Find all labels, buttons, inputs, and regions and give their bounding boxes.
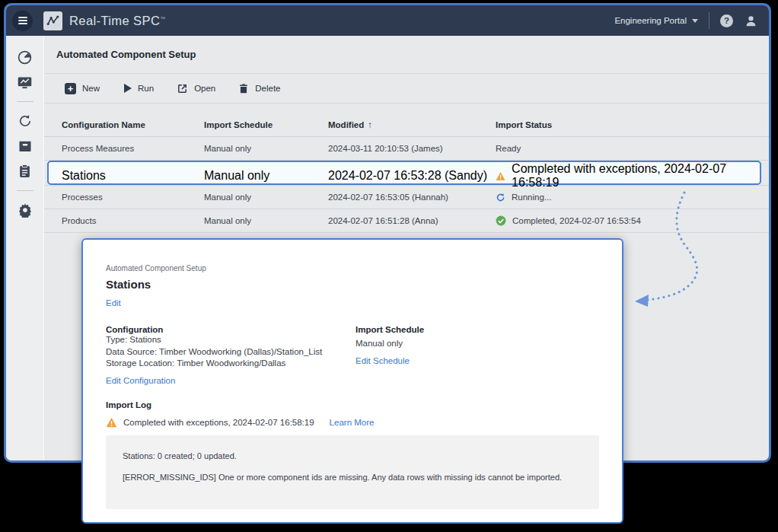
- sidebar-item-sync[interactable]: [15, 111, 35, 131]
- table-row[interactable]: Processes Manual only 2024-02-07 16:53:0…: [44, 186, 769, 209]
- menu-icon[interactable]: [12, 11, 33, 31]
- page-title: Automated Component Setup: [56, 49, 196, 60]
- clipboard-icon: [18, 164, 32, 179]
- configuration-type: Type: Stations: [106, 334, 356, 346]
- sidebar-item-storage[interactable]: [15, 136, 35, 156]
- new-button[interactable]: + New: [58, 78, 116, 99]
- log-line: [ERROR_MISSING_IDS] One or more componen…: [123, 473, 582, 482]
- monitor-chart-icon: [17, 75, 33, 91]
- import-log-output: Stations: 0 created; 0 updated. [ERROR_M…: [106, 435, 599, 509]
- breadcrumb: Automated Component Setup: [106, 264, 599, 272]
- sidebar-item-settings[interactable]: [15, 200, 35, 220]
- column-modified[interactable]: Modified↑: [328, 120, 496, 129]
- sidebar-divider: [17, 190, 33, 191]
- top-navbar: Real-Time SPC™ Engineering Portal ?: [6, 5, 769, 36]
- sidebar-divider: [17, 101, 33, 102]
- toolbar: + New Run Open: [44, 74, 769, 104]
- configuration-storage-location: Storage Location: Timber Woodworking/Dal…: [106, 358, 356, 370]
- table-row-selected[interactable]: Stations Manual only 2024-02-07 16:53:28…: [47, 161, 761, 185]
- sidebar-item-charts[interactable]: [15, 72, 35, 92]
- column-configuration-name[interactable]: Configuration Name: [62, 120, 204, 129]
- archive-box-icon: [18, 139, 33, 154]
- help-icon[interactable]: ?: [720, 14, 733, 27]
- open-button[interactable]: Open: [170, 78, 231, 99]
- plus-square-icon: +: [65, 83, 76, 94]
- user-icon[interactable]: [744, 14, 758, 28]
- brand-title: Real-Time SPC™: [69, 14, 166, 28]
- sidebar-item-tasks[interactable]: [15, 161, 35, 181]
- chevron-down-icon: [692, 19, 698, 23]
- edit-link[interactable]: Edit: [106, 298, 121, 307]
- navbar-divider: [709, 12, 709, 29]
- warning-icon: [106, 417, 117, 428]
- status-text: Ready: [496, 144, 521, 153]
- import-log-status: Completed with exceptions, 2024-02-07 16…: [106, 417, 599, 428]
- line-chart-logo-icon: [43, 11, 62, 30]
- dashboard-gauge-icon: [17, 49, 33, 65]
- status-text: Running...: [512, 193, 551, 202]
- table-row[interactable]: Process Measures Manual only 2024-03-11 …: [44, 137, 769, 161]
- edit-schedule-link[interactable]: Edit Schedule: [356, 356, 410, 365]
- sync-icon: [18, 113, 33, 129]
- detail-panel: Automated Component Setup Stations Edit …: [81, 238, 623, 524]
- screenshot-canvas: Real-Time SPC™ Engineering Portal ?: [0, 0, 778, 532]
- edit-configuration-link[interactable]: Edit Configuration: [106, 376, 175, 385]
- status-text: Completed, 2024-02-07 16:53:54: [512, 216, 641, 225]
- table-row-selected-wrap: Stations Manual only 2024-02-07 16:53:28…: [44, 161, 769, 186]
- portal-selector[interactable]: Engineering Portal: [614, 16, 698, 25]
- configuration-heading: Configuration: [106, 325, 356, 334]
- trash-icon: [238, 83, 249, 94]
- log-line: Stations: 0 created; 0 updated.: [123, 451, 582, 460]
- import-schedule-section: Import Schedule Manual only Edit Schedul…: [356, 325, 424, 387]
- portal-label: Engineering Portal: [614, 16, 687, 25]
- learn-more-link[interactable]: Learn More: [330, 418, 375, 427]
- open-external-icon: [177, 83, 188, 94]
- detail-title: Stations: [106, 278, 599, 291]
- import-schedule-heading: Import Schedule: [356, 325, 424, 334]
- play-icon: [124, 84, 132, 93]
- import-schedule-value: Manual only: [356, 338, 424, 350]
- table-header: Configuration Name Import Schedule Modif…: [44, 104, 769, 137]
- table-row[interactable]: Products Manual only 2024-02-07 16:51:28…: [44, 209, 769, 233]
- import-log-status-text: Completed with exceptions, 2024-02-07 16…: [123, 418, 314, 427]
- delete-button[interactable]: Delete: [231, 78, 296, 99]
- success-check-icon: [496, 215, 506, 226]
- sort-ascending-icon: ↑: [368, 120, 372, 129]
- configuration-section: Configuration Type: Stations Data Source…: [106, 325, 356, 387]
- sidebar: [6, 36, 44, 463]
- page-header: Automated Component Setup: [44, 36, 769, 74]
- sidebar-item-dashboard[interactable]: [15, 47, 35, 67]
- column-import-status[interactable]: Import Status: [496, 120, 769, 129]
- warning-icon: [496, 171, 505, 181]
- running-refresh-icon: [496, 193, 505, 202]
- column-import-schedule[interactable]: Import Schedule: [204, 120, 328, 129]
- run-button[interactable]: Run: [116, 78, 170, 99]
- import-log-heading: Import Log: [106, 400, 599, 409]
- gear-icon: [18, 202, 33, 218]
- configuration-data-source: Data Source: Timber Woodworking (Dallas)…: [106, 346, 356, 358]
